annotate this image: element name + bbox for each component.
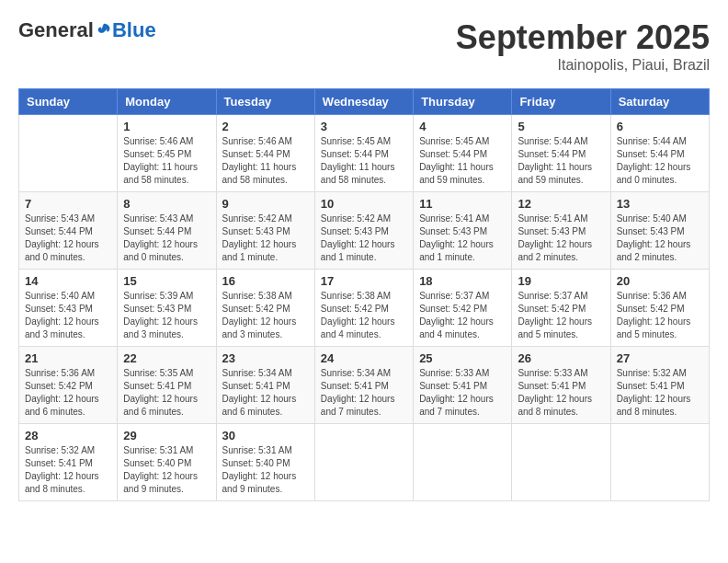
- day-number: 30: [222, 429, 309, 442]
- calendar-day-cell: 2Sunrise: 5:46 AMSunset: 5:44 PMDaylight…: [216, 115, 314, 192]
- day-info: Sunrise: 5:42 AMSunset: 5:43 PMDaylight:…: [222, 213, 309, 264]
- day-info: Sunrise: 5:31 AMSunset: 5:40 PMDaylight:…: [123, 444, 210, 496]
- day-info: Sunrise: 5:32 AMSunset: 5:41 PMDaylight:…: [617, 367, 703, 419]
- calendar-header-row: SundayMondayTuesdayWednesdayThursdayFrid…: [19, 89, 710, 115]
- calendar-day-cell: 13Sunrise: 5:40 AMSunset: 5:43 PMDayligh…: [610, 192, 709, 270]
- day-number: 29: [123, 429, 210, 442]
- calendar-week-row: 28Sunrise: 5:32 AMSunset: 5:41 PMDayligh…: [19, 424, 710, 501]
- day-number: 15: [123, 274, 210, 288]
- day-info: Sunrise: 5:43 AMSunset: 5:44 PMDaylight:…: [123, 213, 210, 264]
- calendar-day-cell: 17Sunrise: 5:38 AMSunset: 5:42 PMDayligh…: [314, 270, 413, 347]
- day-number: 23: [222, 351, 309, 365]
- calendar-weekday-header: Friday: [512, 89, 610, 115]
- day-number: 2: [222, 120, 309, 133]
- day-info: Sunrise: 5:43 AMSunset: 5:44 PMDaylight:…: [25, 213, 111, 264]
- calendar-day-cell: 12Sunrise: 5:41 AMSunset: 5:43 PMDayligh…: [512, 192, 610, 270]
- calendar-day-cell: 10Sunrise: 5:42 AMSunset: 5:43 PMDayligh…: [314, 192, 413, 270]
- logo-general-text: General: [18, 18, 94, 42]
- month-title: September 2025: [456, 18, 710, 57]
- day-info: Sunrise: 5:40 AMSunset: 5:43 PMDaylight:…: [617, 213, 703, 264]
- day-info: Sunrise: 5:35 AMSunset: 5:41 PMDaylight:…: [123, 367, 210, 419]
- calendar-day-cell: 27Sunrise: 5:32 AMSunset: 5:41 PMDayligh…: [610, 347, 709, 424]
- day-number: 11: [419, 197, 506, 211]
- calendar-day-cell: [610, 424, 709, 501]
- day-number: 9: [222, 197, 309, 211]
- calendar-weekday-header: Tuesday: [216, 89, 314, 115]
- calendar-day-cell: 29Sunrise: 5:31 AMSunset: 5:40 PMDayligh…: [118, 424, 216, 501]
- calendar-day-cell: 11Sunrise: 5:41 AMSunset: 5:43 PMDayligh…: [414, 192, 512, 270]
- day-number: 3: [321, 120, 407, 133]
- day-number: 4: [419, 120, 506, 133]
- calendar-day-cell: 7Sunrise: 5:43 AMSunset: 5:44 PMDaylight…: [19, 192, 118, 270]
- calendar-day-cell: 20Sunrise: 5:36 AMSunset: 5:42 PMDayligh…: [610, 270, 709, 347]
- day-info: Sunrise: 5:44 AMSunset: 5:44 PMDaylight:…: [518, 135, 604, 187]
- calendar-day-cell: 25Sunrise: 5:33 AMSunset: 5:41 PMDayligh…: [414, 347, 512, 424]
- calendar-day-cell: 9Sunrise: 5:42 AMSunset: 5:43 PMDaylight…: [216, 192, 314, 270]
- calendar-day-cell: [314, 424, 413, 501]
- calendar-week-row: 7Sunrise: 5:43 AMSunset: 5:44 PMDaylight…: [19, 192, 710, 270]
- day-number: 26: [518, 351, 604, 365]
- day-info: Sunrise: 5:42 AMSunset: 5:43 PMDaylight:…: [321, 213, 407, 264]
- day-number: 1: [123, 120, 210, 133]
- calendar-day-cell: 5Sunrise: 5:44 AMSunset: 5:44 PMDaylight…: [512, 115, 610, 192]
- day-info: Sunrise: 5:45 AMSunset: 5:44 PMDaylight:…: [321, 135, 407, 187]
- calendar-week-row: 1Sunrise: 5:46 AMSunset: 5:45 PMDaylight…: [19, 115, 710, 192]
- location-subtitle: Itainopolis, Piaui, Brazil: [456, 57, 710, 74]
- day-info: Sunrise: 5:41 AMSunset: 5:43 PMDaylight:…: [518, 213, 604, 264]
- day-number: 8: [123, 197, 210, 211]
- title-area: September 2025 Itainopolis, Piaui, Brazi…: [456, 18, 710, 74]
- day-info: Sunrise: 5:40 AMSunset: 5:43 PMDaylight:…: [25, 290, 111, 341]
- calendar-day-cell: 22Sunrise: 5:35 AMSunset: 5:41 PMDayligh…: [118, 347, 216, 424]
- day-info: Sunrise: 5:41 AMSunset: 5:43 PMDaylight:…: [419, 213, 506, 264]
- calendar-day-cell: 28Sunrise: 5:32 AMSunset: 5:41 PMDayligh…: [19, 424, 118, 501]
- day-number: 7: [25, 197, 111, 211]
- calendar-day-cell: [19, 115, 118, 192]
- calendar-day-cell: 18Sunrise: 5:37 AMSunset: 5:42 PMDayligh…: [414, 270, 512, 347]
- calendar-day-cell: 23Sunrise: 5:34 AMSunset: 5:41 PMDayligh…: [216, 347, 314, 424]
- day-number: 12: [518, 197, 604, 211]
- day-number: 19: [518, 274, 604, 288]
- header: General Blue September 2025 Itainopolis,…: [18, 18, 710, 74]
- day-info: Sunrise: 5:46 AMSunset: 5:45 PMDaylight:…: [123, 135, 210, 187]
- logo: General Blue: [18, 18, 156, 42]
- day-number: 17: [321, 274, 407, 288]
- calendar-weekday-header: Saturday: [610, 89, 709, 115]
- day-info: Sunrise: 5:33 AMSunset: 5:41 PMDaylight:…: [518, 367, 604, 419]
- day-number: 24: [321, 351, 407, 365]
- calendar-day-cell: [512, 424, 610, 501]
- day-number: 10: [321, 197, 407, 211]
- logo-blue-text: Blue: [112, 18, 156, 42]
- calendar-day-cell: 6Sunrise: 5:44 AMSunset: 5:44 PMDaylight…: [610, 115, 709, 192]
- day-info: Sunrise: 5:36 AMSunset: 5:42 PMDaylight:…: [25, 367, 111, 419]
- calendar-day-cell: 14Sunrise: 5:40 AMSunset: 5:43 PMDayligh…: [19, 270, 118, 347]
- day-info: Sunrise: 5:37 AMSunset: 5:42 PMDaylight:…: [518, 290, 604, 341]
- day-info: Sunrise: 5:37 AMSunset: 5:42 PMDaylight:…: [419, 290, 506, 341]
- calendar-day-cell: 19Sunrise: 5:37 AMSunset: 5:42 PMDayligh…: [512, 270, 610, 347]
- calendar-day-cell: 15Sunrise: 5:39 AMSunset: 5:43 PMDayligh…: [118, 270, 216, 347]
- calendar-week-row: 21Sunrise: 5:36 AMSunset: 5:42 PMDayligh…: [19, 347, 710, 424]
- day-number: 18: [419, 274, 506, 288]
- calendar-day-cell: 3Sunrise: 5:45 AMSunset: 5:44 PMDaylight…: [314, 115, 413, 192]
- day-info: Sunrise: 5:44 AMSunset: 5:44 PMDaylight:…: [617, 135, 703, 187]
- day-number: 22: [123, 351, 210, 365]
- day-info: Sunrise: 5:45 AMSunset: 5:44 PMDaylight:…: [419, 135, 506, 187]
- day-number: 28: [25, 429, 111, 442]
- calendar-weekday-header: Monday: [118, 89, 216, 115]
- day-number: 14: [25, 274, 111, 288]
- day-number: 5: [518, 120, 604, 133]
- calendar-day-cell: 1Sunrise: 5:46 AMSunset: 5:45 PMDaylight…: [118, 115, 216, 192]
- day-info: Sunrise: 5:34 AMSunset: 5:41 PMDaylight:…: [321, 367, 407, 419]
- calendar-day-cell: 16Sunrise: 5:38 AMSunset: 5:42 PMDayligh…: [216, 270, 314, 347]
- calendar-day-cell: 26Sunrise: 5:33 AMSunset: 5:41 PMDayligh…: [512, 347, 610, 424]
- day-info: Sunrise: 5:32 AMSunset: 5:41 PMDaylight:…: [25, 444, 111, 496]
- day-number: 16: [222, 274, 309, 288]
- day-number: 20: [617, 274, 703, 288]
- day-info: Sunrise: 5:34 AMSunset: 5:41 PMDaylight:…: [222, 367, 309, 419]
- calendar-body: 1Sunrise: 5:46 AMSunset: 5:45 PMDaylight…: [19, 115, 710, 501]
- calendar-day-cell: 30Sunrise: 5:31 AMSunset: 5:40 PMDayligh…: [216, 424, 314, 501]
- day-number: 13: [617, 197, 703, 211]
- calendar-day-cell: 21Sunrise: 5:36 AMSunset: 5:42 PMDayligh…: [19, 347, 118, 424]
- calendar-weekday-header: Thursday: [414, 89, 512, 115]
- day-info: Sunrise: 5:36 AMSunset: 5:42 PMDaylight:…: [617, 290, 703, 341]
- calendar-day-cell: 4Sunrise: 5:45 AMSunset: 5:44 PMDaylight…: [414, 115, 512, 192]
